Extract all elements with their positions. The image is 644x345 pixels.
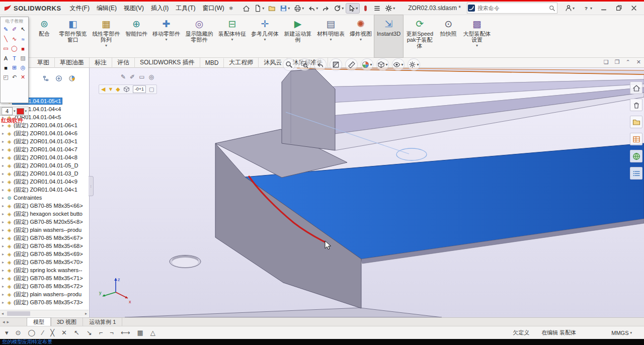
scroll-left-icon[interactable]: ◂ xyxy=(3,319,5,324)
section-view-icon[interactable] xyxy=(330,58,342,71)
scroll-right-icon[interactable]: ▸ xyxy=(7,319,10,324)
dropdown-icon[interactable]: ▾ xyxy=(231,37,233,42)
dropdown-icon[interactable]: ▾ xyxy=(370,62,372,67)
grid-tool-icon[interactable]: ▦ xyxy=(137,329,143,336)
previous-view-icon[interactable] xyxy=(314,58,327,71)
pane-alt-icon[interactable]: ❐ xyxy=(615,59,620,65)
dropdown-icon[interactable]: ▾ xyxy=(393,6,395,11)
tree-item[interactable]: ▸◈(固定) ZOR01.04.01-04<7 xyxy=(0,145,89,153)
home-icon[interactable] xyxy=(241,4,252,13)
units-selector[interactable]: MMGS ▾ xyxy=(611,330,632,336)
ellipse-icon[interactable]: ◯ xyxy=(10,44,19,53)
ribbon-button-11[interactable]: ⇲Instant3D xyxy=(374,15,403,57)
pen-icon[interactable]: ✎ xyxy=(121,73,126,80)
box-select-icon[interactable]: ▢ xyxy=(149,86,154,93)
undo-icon[interactable]: ▾ xyxy=(306,4,319,13)
zoom-area-icon[interactable] xyxy=(298,58,311,71)
tab-3[interactable]: 评估 xyxy=(112,57,135,68)
dropdown-icon[interactable]: ▾ xyxy=(316,6,318,11)
graphics-area[interactable]: z y x xyxy=(90,68,644,317)
menu-item-3[interactable]: 插入(I) xyxy=(147,4,172,13)
arrow-left-icon[interactable]: ◀ xyxy=(101,86,105,93)
marker-icon[interactable]: ✐ xyxy=(130,73,135,80)
expander-icon[interactable]: ▸ xyxy=(0,276,6,281)
home-icon[interactable] xyxy=(630,81,642,94)
tab-0[interactable]: 草图 xyxy=(32,57,55,68)
close-view-icon[interactable]: ✕ xyxy=(636,59,641,65)
expander-icon[interactable]: ▸ xyxy=(0,220,6,224)
open-icon[interactable] xyxy=(267,4,277,13)
arrow-pointer-icon[interactable]: ↖ xyxy=(19,25,27,34)
expander-icon[interactable]: ▸ xyxy=(0,212,6,216)
view-tab-1[interactable]: 3D 视图 xyxy=(51,318,83,326)
tree-item[interactable]: ▸◈(固定) ZOR01.04.01-04<9 xyxy=(0,178,89,186)
tab-2[interactable]: 标注 xyxy=(90,57,112,68)
tree-item[interactable]: ▸◈(固定) ZOR01.04.01-04<1 xyxy=(0,186,89,194)
expander-icon[interactable]: ▸ xyxy=(0,204,6,208)
line-tool-icon[interactable]: ∕ xyxy=(42,329,43,336)
tree-item[interactable]: ▸◈(固定) ZOR01.04.01-04<6 xyxy=(0,129,89,137)
search-icon[interactable] xyxy=(549,5,557,12)
menu-item-5[interactable]: 窗口(W) xyxy=(199,4,228,13)
text-icon[interactable]: A xyxy=(2,53,10,63)
expander-icon[interactable]: ▸ xyxy=(0,188,6,192)
grid-icon[interactable]: ⊞ xyxy=(10,63,19,72)
toggle-icon[interactable] xyxy=(360,4,371,13)
folder-icon[interactable] xyxy=(630,116,642,128)
tree-item[interactable]: ▸◈(固定) GB70-85 M8x35<66> xyxy=(0,202,89,210)
tab-1[interactable]: 草图油墨 xyxy=(55,57,90,68)
tree-item[interactable]: ▸◈(固定) ZOR01.04.01-03<1 xyxy=(0,137,89,145)
eraser-icon[interactable]: ▭ xyxy=(139,73,144,80)
tab-6[interactable]: 大工程师 xyxy=(224,57,259,68)
save-icon[interactable]: ▾ xyxy=(278,4,291,13)
freehand-icon[interactable]: ≈ xyxy=(19,34,27,44)
pen-size-dropdown-icon[interactable]: ▾ xyxy=(14,109,16,113)
view-tab-2[interactable]: 运动算例 1 xyxy=(83,318,122,326)
tree-item[interactable]: ▸◈(固定) ZOR01.04.01-04<8 xyxy=(0,153,89,161)
dropdown-icon[interactable]: ▾ xyxy=(264,37,266,42)
dropdown-icon[interactable]: ▾ xyxy=(330,37,332,42)
ribbon-button-7[interactable]: ✛参考几何体▾ xyxy=(249,15,281,57)
tab-4[interactable]: SOLIDWORKS 插件 xyxy=(135,57,200,68)
view-tab-0[interactable]: 模型 xyxy=(27,318,51,326)
tree-item[interactable]: ▸◈(固定) plain washers--produ xyxy=(0,290,89,298)
tree-item[interactable]: ▸◈(固定) GB70-85 M8x35<68> xyxy=(0,242,89,250)
pen-color-swatch[interactable] xyxy=(17,108,24,115)
undo-icon[interactable]: ↶ xyxy=(10,72,19,82)
ribbon-button-6[interactable]: ⊟装配体特征▾ xyxy=(216,15,249,57)
ribbon-button-0[interactable]: ⊚配合 xyxy=(32,15,56,57)
expander-icon[interactable]: ▸ xyxy=(0,196,6,200)
collapse-ribbon-icon[interactable]: ⌃ xyxy=(626,59,630,65)
arrow-se-icon[interactable]: ↘ xyxy=(87,329,92,336)
appearance-pie-icon[interactable] xyxy=(68,75,75,83)
restore-icon[interactable] xyxy=(614,4,624,13)
delete-stroke-icon[interactable]: ✕ xyxy=(61,329,67,336)
ribbon-button-1[interactable]: ◧零部件预览窗口 xyxy=(56,15,90,57)
ribbon-button-10[interactable]: ✺爆炸视图▾ xyxy=(347,15,374,57)
dropdown-icon[interactable]: ▾ xyxy=(590,6,592,11)
dropdown-icon[interactable]: ▾ xyxy=(401,62,403,67)
scroll-thumb[interactable] xyxy=(7,311,30,316)
search-input[interactable] xyxy=(475,5,549,11)
panel-splitter[interactable]: ⁞ xyxy=(89,176,94,196)
tree-item[interactable]: ▸◈(固定) GB70-85 M8x35<70> xyxy=(0,258,89,266)
view-orientation-icon[interactable]: ▾ xyxy=(361,58,373,71)
expander-icon[interactable]: ▸ xyxy=(0,260,6,265)
arrow-diamond-icon[interactable]: ◆ xyxy=(116,86,120,93)
minimize-icon[interactable] xyxy=(599,4,609,13)
options-gear-icon[interactable]: ▾ xyxy=(383,4,396,13)
corner-right-icon[interactable]: ¬ xyxy=(110,329,114,336)
tree-item[interactable]: ▸◈(固定) plain washers--produ xyxy=(0,226,89,234)
task-list-icon[interactable] xyxy=(630,167,642,180)
dropdown-icon[interactable]: ▾ xyxy=(417,62,419,67)
task-pane-icon[interactable] xyxy=(372,4,382,13)
dropdown-icon[interactable]: ▾ xyxy=(262,6,264,11)
expander-icon[interactable]: ▸ xyxy=(0,180,6,184)
expander-icon[interactable]: ▸ xyxy=(0,300,6,305)
zoom-icon[interactable]: ◎ xyxy=(19,63,27,72)
pen-icon[interactable]: ✎ xyxy=(2,25,10,34)
ribbon-button-5[interactable]: ◎显示隐藏的零部件 xyxy=(183,15,216,57)
blackboard-icon[interactable]: ■ xyxy=(2,63,10,72)
lens-icon[interactable]: ◎ xyxy=(148,73,153,80)
view-tab-scroll[interactable]: ◂ ▸ xyxy=(0,318,27,326)
